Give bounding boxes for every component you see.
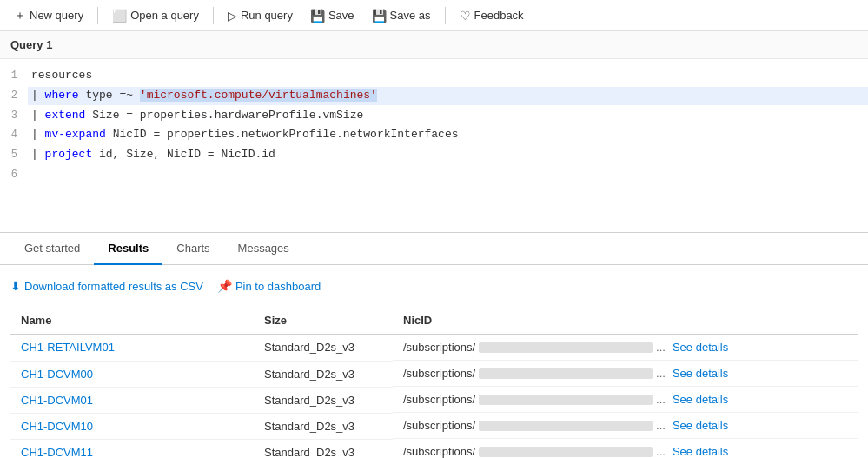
divider-1 — [97, 7, 98, 24]
feedback-label: Feedback — [474, 9, 524, 22]
run-query-icon: ▷ — [228, 9, 237, 23]
new-query-button[interactable]: ＋ New query — [7, 4, 90, 27]
tab-results[interactable]: Results — [94, 233, 162, 265]
tab-charts[interactable]: Charts — [162, 233, 223, 265]
nicid-prefix: /subscriptions/ — [403, 445, 475, 458]
cell-name: CH1-RETAILVM01 — [10, 335, 254, 362]
open-query-label: Open a query — [130, 9, 199, 22]
download-icon: ⬇ — [10, 279, 21, 293]
save-icon: 💾 — [310, 9, 325, 23]
nicid-ellipsis: ... — [656, 445, 666, 458]
pin-dashboard-link[interactable]: 📌 Pin to dashboard — [217, 279, 321, 293]
nicid-ellipsis: ... — [656, 393, 666, 406]
code-line-4: 4 | mv-expand NicID = properties.network… — [0, 125, 868, 145]
col-header-nicid: NicID — [393, 307, 858, 335]
line-number-1: 1 — [0, 68, 28, 84]
tabs-bar: Get started Results Charts Messages — [0, 233, 868, 265]
line-content-5: | project id, Size, NicID = NicID.id — [28, 146, 868, 164]
pin-dashboard-label: Pin to dashboard — [235, 280, 321, 293]
download-csv-link[interactable]: ⬇ Download formatted results as CSV — [10, 279, 203, 293]
vm-name-link[interactable]: CH1-DCVM10 — [21, 420, 93, 433]
divider-2 — [213, 7, 214, 24]
see-details-link[interactable]: See details — [673, 367, 728, 380]
cell-nicid: /subscriptions/...See details — [393, 413, 858, 439]
open-query-button[interactable]: ⬜ Open a query — [105, 5, 206, 26]
tab-messages[interactable]: Messages — [224, 233, 303, 265]
cell-nicid: /subscriptions/...See details — [393, 361, 858, 387]
table-row: CH1-DCVM10Standard_D2s_v3/subscriptions/… — [10, 413, 858, 439]
open-query-icon: ⬜ — [112, 9, 127, 23]
run-query-button[interactable]: ▷ Run query — [221, 5, 300, 26]
vm-name-link[interactable]: CH1-DCVM11 — [21, 446, 93, 459]
code-line-3: 3 | extend Size = properties.hardwarePro… — [0, 106, 868, 126]
new-query-icon: ＋ — [14, 8, 26, 23]
code-line-1: 1 resources — [0, 66, 868, 86]
line-number-6: 6 — [0, 167, 28, 183]
cell-size: Standard_D2s_v3 — [254, 413, 393, 439]
code-line-5: 5 | project id, Size, NicID = NicID.id — [0, 145, 868, 165]
new-query-label: New query — [30, 9, 83, 22]
cell-size: Standard_D2s_v3 — [254, 439, 393, 458]
vm-name-link[interactable]: CH1-RETAILVM01 — [21, 341, 115, 354]
line-content-4: | mv-expand NicID = properties.networkPr… — [28, 126, 868, 144]
vm-name-link[interactable]: CH1-DCVM01 — [21, 394, 93, 407]
see-details-link[interactable]: See details — [673, 393, 728, 406]
toolbar: ＋ New query ⬜ Open a query ▷ Run query 💾… — [0, 0, 868, 31]
cell-size: Standard_D2s_v3 — [254, 387, 393, 413]
cell-name: CH1-DCVM10 — [10, 413, 254, 439]
cell-nicid: /subscriptions/...See details — [393, 335, 858, 361]
cell-nicid: /subscriptions/...See details — [393, 439, 858, 458]
nicid-blurred — [479, 447, 653, 457]
line-content-2: | where type =~ 'microsoft.compute/virtu… — [28, 87, 868, 105]
table-row: CH1-RETAILVM01Standard_D2s_v3/subscripti… — [10, 335, 858, 362]
line-content-3: | extend Size = properties.hardwareProfi… — [28, 107, 868, 125]
line-number-5: 5 — [0, 147, 28, 163]
feedback-button[interactable]: ♡ Feedback — [453, 5, 531, 26]
table-row: CH1-DCVM01Standard_D2s_v3/subscriptions/… — [10, 387, 858, 413]
nicid-blurred — [479, 368, 653, 379]
nicid-prefix: /subscriptions/ — [403, 341, 475, 354]
nicid-prefix: /subscriptions/ — [403, 367, 475, 380]
query-title: Query 1 — [10, 38, 52, 51]
results-table: Name Size NicID CH1-RETAILVM01Standard_D… — [10, 307, 858, 458]
download-csv-label: Download formatted results as CSV — [24, 280, 203, 293]
see-details-link[interactable]: See details — [673, 419, 728, 432]
save-as-button[interactable]: 💾 Save as — [365, 5, 438, 26]
run-query-label: Run query — [241, 9, 293, 22]
query-title-bar: Query 1 — [0, 31, 868, 59]
divider-3 — [445, 7, 446, 24]
tab-charts-label: Charts — [176, 242, 209, 255]
tab-results-label: Results — [108, 242, 149, 255]
table-row: CH1-DCVM11Standard_D2s_v3/subscriptions/… — [10, 439, 858, 458]
tab-get-started-label: Get started — [24, 242, 80, 255]
nicid-prefix: /subscriptions/ — [403, 393, 475, 406]
nicid-blurred — [479, 395, 653, 405]
col-header-name: Name — [10, 307, 254, 335]
cell-name: CH1-DCVM00 — [10, 361, 254, 387]
cell-nicid: /subscriptions/...See details — [393, 387, 858, 413]
save-button[interactable]: 💾 Save — [303, 5, 361, 26]
save-label: Save — [328, 9, 354, 22]
line-number-2: 2 — [0, 88, 28, 104]
see-details-link[interactable]: See details — [673, 445, 728, 458]
tab-messages-label: Messages — [238, 242, 289, 255]
cell-name: CH1-DCVM11 — [10, 439, 254, 458]
see-details-link[interactable]: See details — [673, 341, 728, 354]
nicid-ellipsis: ... — [656, 367, 666, 380]
cell-name: CH1-DCVM01 — [10, 387, 254, 413]
vm-name-link[interactable]: CH1-DCVM00 — [21, 368, 93, 381]
results-area: ⬇ Download formatted results as CSV 📌 Pi… — [0, 265, 868, 458]
results-actions: ⬇ Download formatted results as CSV 📌 Pi… — [10, 272, 858, 300]
tab-get-started[interactable]: Get started — [10, 233, 94, 265]
nicid-prefix: /subscriptions/ — [403, 419, 475, 432]
line-content-1: resources — [28, 67, 868, 85]
save-as-label: Save as — [390, 9, 431, 22]
line-number-4: 4 — [0, 127, 28, 143]
line-number-3: 3 — [0, 108, 28, 124]
col-header-size: Size — [254, 307, 393, 335]
cell-size: Standard_D2s_v3 — [254, 335, 393, 362]
cell-size: Standard_D2s_v3 — [254, 361, 393, 387]
table-row: CH1-DCVM00Standard_D2s_v3/subscriptions/… — [10, 361, 858, 387]
code-editor[interactable]: 1 resources 2 | where type =~ 'microsoft… — [0, 59, 868, 233]
save-as-icon: 💾 — [372, 9, 387, 23]
